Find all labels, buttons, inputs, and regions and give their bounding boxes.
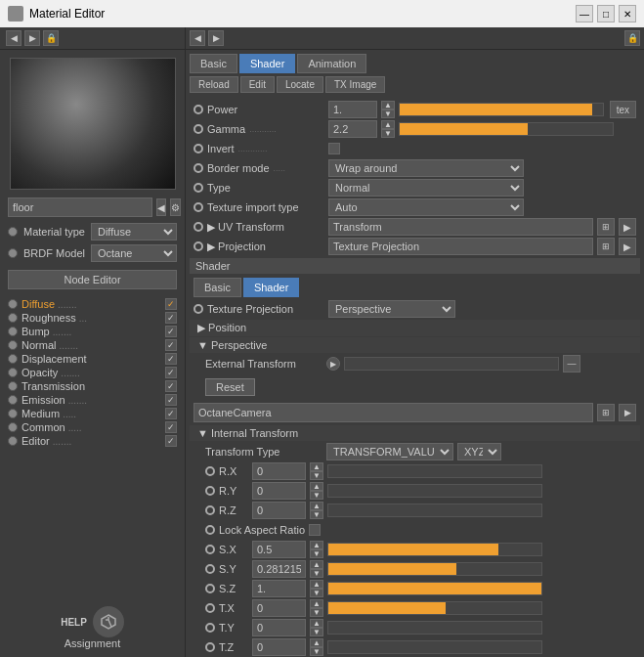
- camera-link-btn[interactable]: ⊞: [597, 404, 615, 421]
- rz-input[interactable]: [252, 502, 306, 519]
- tx-up[interactable]: ▲: [310, 599, 323, 608]
- channel-normal[interactable]: Normal ....... ✓: [0, 338, 185, 352]
- gamma-input[interactable]: [328, 120, 377, 138]
- help-icon[interactable]: [93, 606, 124, 637]
- channel-check[interactable]: ✓: [165, 312, 177, 324]
- sz-input[interactable]: [252, 580, 306, 597]
- channel-check[interactable]: ✓: [165, 435, 177, 447]
- power-slider[interactable]: [399, 103, 604, 116]
- camera-input[interactable]: [193, 403, 593, 422]
- sx-radio[interactable]: [205, 545, 215, 554]
- lock-radio[interactable]: [205, 525, 215, 535]
- tx-radio[interactable]: [205, 603, 215, 613]
- sy-radio[interactable]: [205, 564, 215, 574]
- channel-check[interactable]: ✓: [165, 298, 177, 310]
- tx-down[interactable]: ▼: [310, 608, 323, 617]
- ext-transform-minus[interactable]: —: [563, 355, 580, 372]
- sz-up[interactable]: ▲: [310, 580, 323, 589]
- maximize-button[interactable]: □: [597, 5, 615, 22]
- tx-slider[interactable]: [327, 601, 542, 615]
- ry-slider[interactable]: [327, 484, 542, 498]
- channel-check[interactable]: ✓: [165, 326, 177, 337]
- ty-slider[interactable]: [327, 621, 542, 635]
- ty-down[interactable]: ▼: [310, 628, 323, 636]
- channel-displacement[interactable]: Displacement ✓: [0, 352, 185, 366]
- channel-check[interactable]: ✓: [165, 339, 177, 351]
- ext-transform-slider[interactable]: [344, 357, 559, 371]
- rx-up[interactable]: ▲: [310, 462, 323, 471]
- material-type-select[interactable]: Diffuse: [91, 223, 177, 241]
- channel-editor[interactable]: Editor ....... ✓: [0, 434, 185, 448]
- power-input[interactable]: [328, 101, 377, 118]
- sy-down[interactable]: ▼: [310, 569, 323, 578]
- ry-down[interactable]: ▼: [310, 491, 323, 500]
- left-tool-2[interactable]: ▶: [24, 30, 40, 46]
- ry-up[interactable]: ▲: [310, 482, 323, 491]
- channel-check[interactable]: ✓: [165, 394, 177, 406]
- channel-medium[interactable]: Medium ..... ✓: [0, 407, 185, 420]
- btn-tx-image[interactable]: TX Image: [325, 76, 385, 93]
- sx-down[interactable]: ▼: [310, 549, 323, 558]
- right-tool-1[interactable]: ◀: [190, 30, 205, 46]
- tz-slider[interactable]: [327, 640, 542, 654]
- left-tool-1[interactable]: ◀: [6, 30, 21, 46]
- sy-up[interactable]: ▲: [310, 560, 323, 569]
- power-down[interactable]: ▼: [381, 110, 395, 118]
- btn-locate[interactable]: Locate: [277, 76, 323, 93]
- gamma-radio[interactable]: [193, 124, 203, 134]
- sx-input[interactable]: [252, 541, 306, 558]
- channel-transmission[interactable]: Transmission ✓: [0, 379, 185, 393]
- internal-transform-section[interactable]: ▼ Internal Transform: [190, 425, 640, 441]
- position-section[interactable]: ▶ Position: [190, 320, 640, 336]
- right-tool-3[interactable]: 🔒: [624, 30, 640, 46]
- name-extra-btn[interactable]: ⚙: [170, 198, 181, 216]
- sx-up[interactable]: ▲: [310, 541, 323, 549]
- type-radio[interactable]: [193, 183, 203, 193]
- channel-diffuse[interactable]: Diffuse ....... ✓: [0, 297, 185, 311]
- xyz-select[interactable]: XYZ: [457, 443, 501, 460]
- tx-input[interactable]: [252, 599, 306, 617]
- rx-input[interactable]: [252, 462, 306, 480]
- rx-slider[interactable]: [327, 464, 542, 478]
- rx-down[interactable]: ▼: [310, 471, 323, 480]
- channel-emission[interactable]: Emission ....... ✓: [0, 393, 185, 407]
- close-button[interactable]: ✕: [619, 5, 636, 22]
- ty-radio[interactable]: [205, 623, 215, 633]
- rz-down[interactable]: ▼: [310, 510, 323, 519]
- minimize-button[interactable]: —: [576, 5, 593, 22]
- tab-animation[interactable]: Animation: [297, 54, 366, 73]
- node-editor-button[interactable]: Node Editor: [8, 270, 177, 289]
- rx-radio[interactable]: [205, 466, 215, 476]
- channel-check[interactable]: ✓: [165, 367, 177, 378]
- type-select[interactable]: Normal: [328, 179, 524, 197]
- rz-slider[interactable]: [327, 504, 542, 517]
- invert-radio[interactable]: [193, 144, 203, 153]
- btn-reload[interactable]: Reload: [190, 76, 238, 93]
- name-edit-btn[interactable]: ◀: [156, 198, 166, 216]
- material-name-input[interactable]: [8, 197, 152, 217]
- tz-input[interactable]: [252, 638, 306, 656]
- sx-slider[interactable]: [327, 543, 542, 556]
- reset-button[interactable]: Reset: [205, 378, 255, 396]
- ry-radio[interactable]: [205, 486, 215, 496]
- gamma-up[interactable]: ▲: [381, 120, 395, 129]
- texture-import-select[interactable]: Auto: [328, 198, 524, 216]
- shader-tab-shader[interactable]: Shader: [243, 278, 299, 297]
- ry-input[interactable]: [252, 482, 306, 500]
- texture-proj-radio[interactable]: [193, 304, 203, 314]
- border-mode-radio[interactable]: [193, 163, 203, 173]
- shader-tab-basic[interactable]: Basic: [193, 278, 241, 297]
- perspective-section[interactable]: ▼ Perspective: [190, 337, 640, 353]
- proj-icon-btn[interactable]: ▶: [619, 238, 636, 255]
- btn-edit[interactable]: Edit: [240, 76, 275, 93]
- ty-up[interactable]: ▲: [310, 619, 323, 628]
- sz-radio[interactable]: [205, 584, 215, 593]
- channel-check[interactable]: ✓: [165, 408, 177, 419]
- channel-bump[interactable]: Bump ....... ✓: [0, 325, 185, 338]
- gamma-down[interactable]: ▼: [381, 129, 395, 138]
- tz-down[interactable]: ▼: [310, 647, 323, 656]
- lock-checkbox[interactable]: [309, 524, 321, 536]
- sy-input[interactable]: [252, 560, 306, 578]
- projection-input[interactable]: [328, 238, 593, 255]
- rz-radio[interactable]: [205, 505, 215, 515]
